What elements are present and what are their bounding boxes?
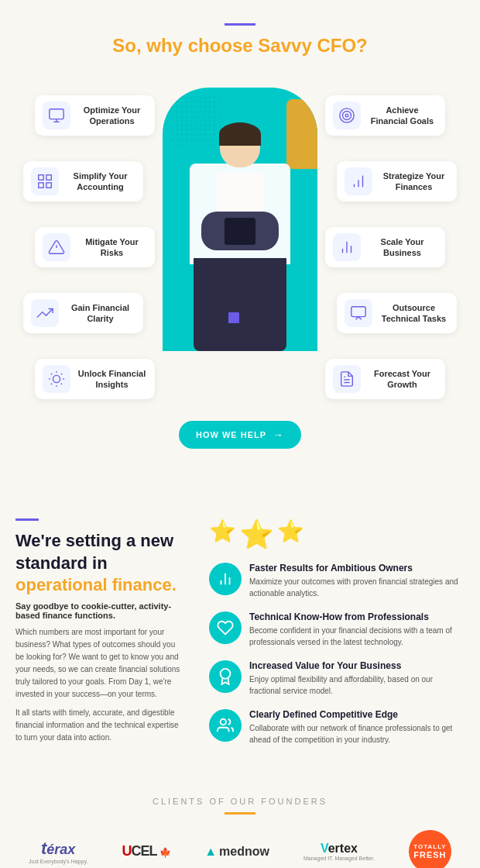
standard-right: ⭐ ⭐ ⭐ Faster Results for Ambitious Owner… bbox=[209, 518, 465, 758]
star-2: ⭐ bbox=[239, 518, 274, 551]
feature-card-simplify: Simplify Your Accounting bbox=[23, 161, 143, 202]
benefit-value-icon bbox=[209, 660, 242, 693]
benefit-faster-text: Faster Results for Ambitious Owners Maxi… bbox=[249, 563, 465, 599]
feature-card-outsource: Outsource Technical Tasks bbox=[337, 293, 457, 333]
svg-rect-4 bbox=[46, 175, 51, 180]
svg-rect-24 bbox=[351, 307, 365, 317]
stars-decoration: ⭐ ⭐ ⭐ bbox=[209, 518, 465, 551]
svg-rect-6 bbox=[46, 183, 51, 188]
svg-point-30 bbox=[221, 669, 231, 679]
svg-point-20 bbox=[345, 114, 348, 117]
logo-fresh: totally FRESH bbox=[409, 830, 451, 868]
star-1: ⭐ bbox=[209, 518, 236, 551]
achieve-icon bbox=[333, 102, 361, 129]
svg-line-12 bbox=[51, 374, 52, 374]
benefit-edge-icon bbox=[209, 709, 242, 742]
standard-subtitle: Say goodbye to cookie-cutter, activity-b… bbox=[15, 601, 186, 620]
cta-label: HOW WE HELP bbox=[196, 430, 266, 439]
logo-terax: térax Just Everybody's Happy. bbox=[29, 839, 87, 864]
svg-line-16 bbox=[51, 384, 52, 384]
svg-line-13 bbox=[61, 384, 62, 384]
svg-line-17 bbox=[61, 374, 62, 374]
feature-card-achieve: Achieve Financial Goals bbox=[325, 95, 445, 136]
cta-arrow: → bbox=[273, 429, 284, 441]
benefit-faster-icon bbox=[209, 563, 242, 595]
feature-card-mitigate: Mitigate Your Risks bbox=[35, 227, 155, 267]
gain-icon bbox=[31, 299, 59, 327]
benefit-value: Increased Value for Your Business Enjoy … bbox=[209, 660, 465, 697]
svg-rect-3 bbox=[39, 175, 43, 180]
standard-body1: Which numbers are most important for you… bbox=[15, 626, 186, 701]
feature-card-optimize: Optimize Your Operations bbox=[35, 95, 155, 136]
how-we-help-button[interactable]: HOW WE HELP → bbox=[179, 421, 301, 449]
standard-heading: We're setting a new standard in operatio… bbox=[15, 530, 186, 597]
section-accent-line bbox=[15, 518, 39, 521]
why-choose-section: So, why choose Savvy CFO? bbox=[0, 0, 480, 472]
svg-point-9 bbox=[53, 375, 60, 382]
feature-card-forecast: Forecast Your Growth bbox=[325, 359, 445, 399]
benefit-technical-text: Technical Know-How from Professionals Be… bbox=[249, 611, 465, 648]
feature-card-strategize: Strategize Your Finances bbox=[337, 161, 457, 202]
optimize-icon bbox=[43, 102, 70, 129]
clients-section: CLIENTS OF OUR FOUNDERS térax Just Every… bbox=[0, 781, 480, 868]
benefit-edge: Clearly Defined Competitive Edge Collabo… bbox=[209, 709, 465, 746]
svg-rect-0 bbox=[50, 109, 63, 119]
clients-label: CLIENTS OF OUR FOUNDERS bbox=[15, 797, 465, 806]
purple-accent bbox=[228, 312, 239, 323]
clients-divider bbox=[225, 812, 255, 815]
star-3: ⭐ bbox=[277, 518, 304, 551]
benefit-edge-text: Clearly Defined Competitive Edge Collabo… bbox=[249, 709, 465, 746]
svg-point-31 bbox=[221, 719, 226, 725]
logo-ucel: UCEL 🍁 bbox=[122, 843, 170, 859]
benefit-technical-icon bbox=[209, 611, 242, 644]
standard-left: We're setting a new standard in operatio… bbox=[15, 518, 186, 758]
svg-point-19 bbox=[343, 112, 351, 120]
strategize-icon bbox=[345, 167, 372, 195]
feature-card-gain: Gain Financial Clarity bbox=[23, 293, 143, 333]
logo-mednow: ▲ mednow bbox=[204, 845, 269, 859]
svg-rect-5 bbox=[39, 183, 43, 188]
standard-section: We're setting a new standard in operatio… bbox=[0, 487, 480, 781]
mitigate-icon bbox=[43, 233, 70, 261]
standard-body2: It all starts with timely, accurate, and… bbox=[15, 707, 186, 744]
benefit-value-text: Increased Value for Your Business Enjoy … bbox=[249, 660, 465, 697]
center-image bbox=[163, 88, 317, 351]
simplify-icon bbox=[31, 167, 59, 195]
benefit-faster: Faster Results for Ambitious Owners Maxi… bbox=[209, 563, 465, 599]
features-container: Optimize Your Operations Simplify Your A… bbox=[15, 72, 465, 398]
feature-card-unlock: Unlock Financial Insights bbox=[35, 359, 155, 399]
scale-icon bbox=[333, 233, 361, 261]
section-title: So, why choose Savvy CFO? bbox=[15, 35, 465, 57]
benefit-technical: Technical Know-How from Professionals Be… bbox=[209, 611, 465, 648]
svg-point-18 bbox=[340, 108, 354, 122]
title-accent-line bbox=[225, 23, 255, 26]
unlock-icon bbox=[43, 365, 70, 393]
logos-row: térax Just Everybody's Happy. UCEL 🍁 ▲ m… bbox=[15, 830, 465, 868]
title-accent-text: Savvy CFO? bbox=[258, 35, 367, 56]
outsource-icon bbox=[345, 299, 372, 327]
feature-card-scale: Scale Your Business bbox=[325, 227, 445, 267]
title-plain: So, why choose bbox=[112, 35, 258, 56]
logo-vertex: Vertex Managed IT. Managed Better. bbox=[303, 842, 375, 861]
forecast-icon bbox=[333, 365, 361, 393]
